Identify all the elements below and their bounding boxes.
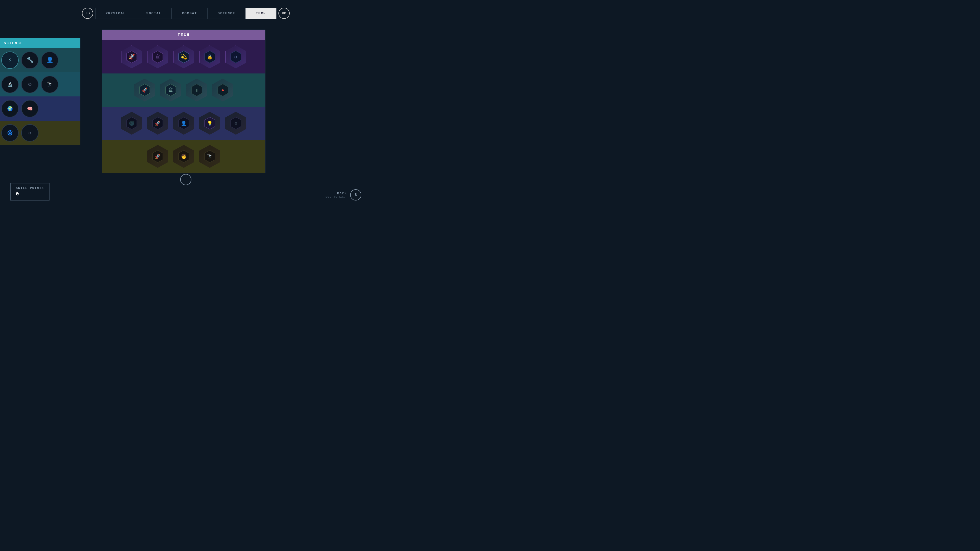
left-skill-active[interactable]: ⚡ [1,52,19,69]
nav-tabs: PHYSICAL SOCIAL COMBAT SCIENCE TECH [95,8,277,19]
skill-hex-14[interactable]: ⚙ [225,112,246,135]
svg-text:🔭: 🔭 [207,154,213,159]
svg-text:▮: ▮ [196,88,198,93]
left-row-1: ⚡ 🔧 👤 [0,48,80,72]
skill-icon-13: 💡 [199,112,220,135]
skill-hex-4[interactable]: 🔒 [199,45,220,68]
back-sublabel: HOLD TO EXIT [324,195,347,198]
skill-icon-4: 🔒 [199,45,220,68]
skill-icon-16: 🧑 [173,145,194,168]
skill-icon-3: 💫 [173,45,194,68]
back-button[interactable]: B [350,189,361,200]
skill-hex-13[interactable]: 💡 [199,112,220,135]
cursor-indicator [180,174,191,185]
back-text: BACK HOLD TO EXIT [324,192,347,198]
svg-text:🧑: 🧑 [181,154,187,159]
left-skill-2a[interactable]: 🔬 [1,76,19,93]
skill-icon-7: 🏛 [160,79,181,102]
skill-hex-12[interactable]: 👤 [173,112,194,135]
svg-text:🏛: 🏛 [156,54,160,60]
skill-hex-3[interactable]: 💫 [173,45,194,68]
svg-text:👤: 👤 [181,121,187,126]
left-row-4: 🌀 ⚙ [0,121,80,145]
svg-text:🚀: 🚀 [129,54,135,60]
svg-text:🚀: 🚀 [155,121,161,126]
svg-text:💫: 💫 [181,54,187,60]
skill-points-panel: SKILL POINTS 0 [10,183,49,200]
left-row-3: 🌍 🧠 [0,97,80,121]
svg-text:🌑: 🌑 [129,121,135,126]
left-panel: SCIENCE ⚡ 🔧 👤 🔬 ⚙ 🔭 🌍 🧠 🌀 ⚙ [0,38,80,145]
left-skill-1c[interactable]: 👤 [41,52,59,69]
back-area: BACK HOLD TO EXIT B [324,189,361,200]
skill-icon-15: 🚀 [147,145,168,168]
tab-science[interactable]: SCIENCE [207,8,245,19]
skill-row-teal: 🚀 🏛 ▮ 🔺 [102,73,265,106]
rb-button[interactable]: RB [278,8,290,19]
tab-social[interactable]: SOCIAL [136,8,172,19]
skill-points-value: 0 [16,191,44,197]
skill-hex-7[interactable]: 🏛 [160,79,181,102]
skill-icon-14: ⚙ [225,112,246,135]
skill-icon-1: 🚀 [121,45,142,68]
skill-hex-15[interactable]: 🚀 [147,145,168,168]
svg-text:🔒: 🔒 [207,54,213,60]
left-skill-1b[interactable]: 🔧 [21,52,38,69]
svg-text:⚙: ⚙ [234,55,237,60]
left-panel-label: SCIENCE [0,38,80,48]
skill-hex-6[interactable]: 🚀 [134,79,155,102]
svg-text:💡: 💡 [207,121,213,126]
skill-icon-2: 🏛 [147,45,168,68]
skill-icon-12: 👤 [173,112,194,135]
skill-hex-11[interactable]: 🚀 [147,112,168,135]
left-skill-3a[interactable]: 🌍 [1,100,19,118]
skill-points-label: SKILL POINTS [16,186,44,190]
lb-button[interactable]: LB [82,8,93,19]
svg-text:🏛: 🏛 [169,87,173,93]
skill-hex-1[interactable]: 🚀 [121,45,142,68]
panel-title: TECH [102,30,265,40]
skill-hex-17[interactable]: 🔭 [199,145,220,168]
left-skill-4a[interactable]: 🌀 [1,124,19,141]
main-skill-panel: TECH 🚀 🏛 💫 🔒 ⚙ [102,30,266,173]
left-skill-2b[interactable]: ⚙ [21,76,38,93]
skill-hex-5[interactable]: ⚙ [225,45,246,68]
tab-physical[interactable]: PHYSICAL [95,8,136,19]
skill-row-blue: 🌑 🚀 👤 💡 ⚙ [102,106,265,140]
svg-text:🔺: 🔺 [220,87,226,93]
left-skill-3b[interactable]: 🧠 [21,100,38,118]
skill-icon-9: 🔺 [212,79,233,102]
skill-icon-11: 🚀 [147,112,168,135]
skill-hex-2[interactable]: 🏛 [147,45,168,68]
skill-hex-16[interactable]: 🧑 [173,145,194,168]
skill-hex-10[interactable]: 🌑 [121,112,142,135]
skill-icon-6: 🚀 [134,79,155,102]
skill-hex-8[interactable]: ▮ [186,79,207,102]
skill-icon-17: 🔭 [199,145,220,168]
skill-icon-8: ▮ [186,79,207,102]
svg-text:🚀: 🚀 [155,154,161,159]
left-skill-2c[interactable]: 🔭 [41,76,59,93]
tab-tech[interactable]: TECH [245,8,277,19]
svg-text:🚀: 🚀 [142,87,148,93]
skill-row-purple: 🚀 🏛 💫 🔒 ⚙ [102,40,265,73]
skill-icon-5: ⚙ [225,45,246,68]
left-row-2: 🔬 ⚙ 🔭 [0,72,80,97]
left-skill-4b[interactable]: ⚙ [21,124,38,141]
top-navigation: LB PHYSICAL SOCIAL COMBAT SCIENCE TECH R… [82,8,290,19]
svg-text:⚙: ⚙ [234,121,237,126]
back-label: BACK [324,192,347,195]
skill-row-olive: 🚀 🧑 🔭 [102,140,265,173]
tab-combat[interactable]: COMBAT [172,8,207,19]
skill-icon-10: 🌑 [121,112,142,135]
skill-hex-9[interactable]: 🔺 [212,79,233,102]
